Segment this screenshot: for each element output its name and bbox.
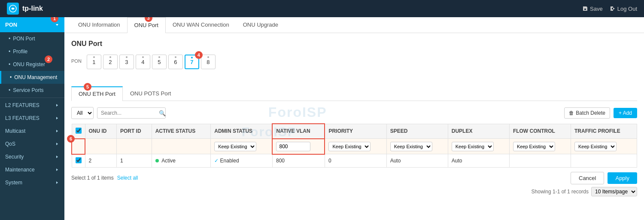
showing-info: Showing 1-1 of 1 records (532, 189, 589, 195)
main-layout: PON 1 • PON Port • Profile • ONU Registe… (0, 17, 644, 220)
tab-onu-information[interactable]: ONU Information (71, 17, 127, 33)
tabs-bar: ONU Information ONU Port 3 ONU WAN Conne… (64, 17, 644, 33)
items-per-page-select[interactable]: 10 Items/page (591, 187, 637, 196)
logo-text: tp-link (22, 5, 43, 12)
row-duplex: Auto (448, 154, 509, 168)
edit-speed-select[interactable]: Keep Existing (390, 142, 432, 151)
row-flow-control (509, 154, 571, 168)
watermark-container: ForoISP (71, 78, 637, 86)
table-header-row: ONU ID PORT ID ACTIVE STATUS ADMIN STATU… (72, 124, 637, 139)
sidebar-item-onu-register[interactable]: • ONU Register 2 (0, 58, 64, 71)
select-all-link[interactable]: Select all (117, 175, 138, 181)
th-priority: PRIORITY (325, 124, 386, 139)
main-content: ONU Information ONU Port 3 ONU WAN Conne… (64, 17, 644, 220)
sidebar-section-security[interactable]: Security (0, 150, 64, 163)
row-traffic-profile (571, 154, 637, 168)
th-onu-id: ONU ID (85, 124, 116, 139)
th-flow-control: FLOW CONTROL (509, 124, 571, 139)
pon-label: PON (71, 58, 82, 64)
port-btn-2[interactable]: 2 (103, 55, 118, 69)
apply-button[interactable]: Apply (608, 172, 637, 184)
edit-flow-control-select[interactable]: Keep Existing (513, 142, 555, 151)
port-btn-7[interactable]: 7 4 (185, 55, 199, 69)
page-title: ONU Port (71, 40, 637, 48)
sidebar-item-profile[interactable]: • Profile (0, 45, 64, 58)
select-all-checkbox[interactable] (76, 128, 82, 134)
toolbar-right: 🗑 Batch Delete + Add (564, 107, 637, 119)
sidebar-section-multicast[interactable]: Multicast (0, 125, 64, 138)
sidebar-item-pon-port[interactable]: • PON Port (0, 32, 64, 45)
batch-delete-button[interactable]: 🗑 Batch Delete (564, 107, 610, 119)
row-port-id: 1 (116, 154, 152, 168)
tab-onu-upgrade[interactable]: ONU Upgrade (236, 17, 285, 33)
table-edit-row: 6 Keep Existing (72, 139, 637, 154)
footer-right: Cancel Apply (571, 172, 637, 184)
check-icon: ✓ (214, 158, 219, 164)
sidebar-item-service-ports[interactable]: • Service Ports (0, 84, 64, 97)
pon-ports-container: PON 1 2 3 4 5 6 (71, 55, 637, 69)
th-admin-status: ADMIN STATUS (211, 124, 273, 139)
footer-left: Select 1 of 1 items Select all (71, 175, 138, 181)
search-input[interactable] (97, 107, 166, 119)
edit-duplex-select[interactable]: Keep Existing (452, 142, 494, 151)
pagination: Showing 1-1 of 1 records 10 Items/page (71, 187, 637, 196)
th-native-vlan: NATIVE VLAN (272, 124, 325, 139)
edit-traffic-profile-select[interactable]: Keep Existing (574, 142, 617, 151)
header: tp-link Save Log Out (0, 0, 644, 17)
page-body: ONU Port PON 1 2 3 4 5 (64, 33, 644, 203)
th-duplex: DUPLEX (448, 124, 509, 139)
sidebar-item-pon[interactable]: PON (0, 17, 64, 32)
sub-tab-eth-port[interactable]: ONU ETH Port 5 (71, 86, 123, 101)
add-button[interactable]: + Add (614, 108, 637, 118)
table-toolbar: All 🔍 🗑 Batch Delete + Add (71, 107, 637, 119)
sidebar-section-qos[interactable]: QoS (0, 138, 64, 150)
row-native-vlan: 800 (272, 154, 325, 168)
annotation-badge-3: 3 (145, 17, 152, 22)
edit-admin-status-select[interactable]: Keep Existing (214, 142, 256, 151)
sidebar-item-onu-management[interactable]: • ONU Management (0, 71, 64, 84)
row-checkbox[interactable] (76, 157, 82, 163)
cancel-button[interactable]: Cancel (571, 172, 604, 184)
edit-priority-select[interactable]: Keep Existing (328, 142, 371, 151)
sidebar-section-maintenance[interactable]: Maintenance (0, 163, 64, 176)
edit-native-vlan-input[interactable] (276, 142, 310, 151)
sub-tabs: ONU ETH Port 5 ONU POTS Port (71, 86, 637, 101)
table-row: 2 1 Active ✓ Enabled 800 0 (72, 154, 637, 168)
edit-row-checkbox-cell: 6 (72, 139, 85, 154)
port-btn-3[interactable]: 3 (119, 55, 134, 69)
row-speed: Auto (386, 154, 448, 168)
table-wrapper: ForoISP ONU ID PORT ID ACTIVE STATUS ADM… (71, 123, 637, 168)
sidebar-section-system[interactable]: System (0, 176, 64, 189)
port-btn-4[interactable]: 4 (136, 55, 150, 69)
filter-select[interactable]: All (71, 107, 94, 119)
th-active-status: ACTIVE STATUS (152, 124, 211, 139)
sidebar-section-l3[interactable]: L3 FEATURES (0, 112, 64, 125)
sub-tab-pots-port[interactable]: ONU POTS Port (123, 86, 178, 101)
th-port-id: PORT ID (116, 124, 152, 139)
th-traffic-profile: TRAFFIC PROFILE (571, 124, 637, 139)
th-checkbox (72, 124, 85, 139)
th-speed: SPEED (386, 124, 448, 139)
tab-onu-wan-connection[interactable]: ONU WAN Connection (166, 17, 236, 33)
logo-icon (7, 3, 19, 15)
row-checkbox-cell (72, 154, 85, 168)
data-table: ONU ID PORT ID ACTIVE STATUS ADMIN STATU… (71, 123, 637, 168)
sidebar: PON 1 • PON Port • Profile • ONU Registe… (0, 17, 64, 220)
table-footer: Select 1 of 1 items Select all Cancel Ap… (71, 172, 637, 184)
save-button[interactable]: Save (582, 6, 603, 12)
logout-button[interactable]: Log Out (610, 6, 637, 12)
row-admin-status: ✓ Enabled (211, 154, 273, 168)
toolbar-left: All 🔍 (71, 107, 166, 119)
header-actions: Save Log Out (582, 6, 637, 12)
port-btn-1[interactable]: 1 (87, 55, 101, 69)
port-btn-6[interactable]: 6 (168, 55, 183, 69)
tab-onu-port[interactable]: ONU Port 3 (127, 17, 166, 33)
select-info: Select 1 of 1 items (71, 175, 114, 181)
row-priority: 0 (325, 154, 386, 168)
trash-icon: 🗑 (569, 110, 574, 116)
port-btn-8[interactable]: 8 (201, 55, 216, 69)
row-active-status: Active (152, 154, 211, 168)
row-onu-id: 2 (85, 154, 116, 168)
sidebar-section-l2[interactable]: L2 FEATURES (0, 99, 64, 112)
port-btn-5[interactable]: 5 (152, 55, 167, 69)
